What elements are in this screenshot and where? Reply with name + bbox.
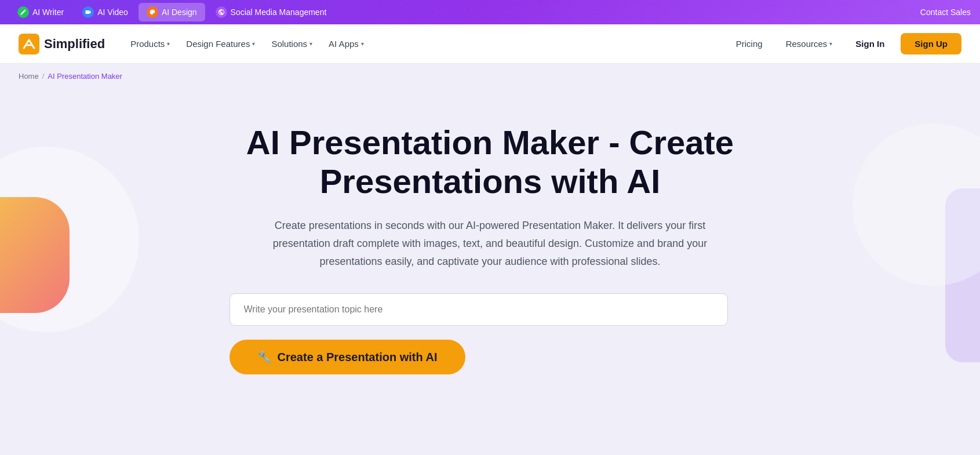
products-chevron: ▾ (167, 41, 170, 47)
social-media-icon (216, 6, 227, 18)
create-btn-label: Create a Presentation with AI (278, 351, 438, 364)
ai-video-icon (82, 6, 94, 18)
resources-chevron: ▾ (829, 41, 832, 47)
ai-writer-icon (17, 6, 29, 18)
nav-design-features[interactable]: Design Features ▾ (179, 34, 262, 53)
breadcrumb: Home / AI Presentation Maker (0, 64, 980, 89)
hero-section: AI Presentation Maker - Create Presentat… (0, 89, 980, 421)
top-bar-social-media[interactable]: Social Media Management (207, 3, 335, 21)
top-bar-ai-writer[interactable]: AI Writer (9, 3, 72, 21)
contact-sales-link[interactable]: Contact Sales (920, 8, 971, 17)
hero-subtitle: Create presentations in seconds with our… (270, 217, 711, 270)
create-presentation-button[interactable]: 🔧 Create a Presentation with AI (229, 340, 465, 374)
ai-design-icon (147, 6, 158, 18)
topic-input-wrapper[interactable] (229, 293, 728, 326)
top-bar-ai-video[interactable]: AI Video (74, 3, 136, 21)
svg-rect-0 (19, 34, 39, 54)
breadcrumb-home[interactable]: Home (19, 72, 39, 81)
nav-products[interactable]: Products ▾ (123, 34, 177, 53)
solutions-chevron: ▾ (309, 41, 312, 47)
breadcrumb-separator: / (42, 72, 45, 81)
top-bar: AI Writer AI Video AI Design Social Medi… (0, 0, 980, 24)
hero-title: AI Presentation Maker - Create Presentat… (229, 123, 751, 201)
ai-design-label: AI Design (162, 8, 197, 17)
breadcrumb-current: AI Presentation Maker (48, 72, 122, 81)
nav-ai-apps[interactable]: AI Apps ▾ (322, 34, 371, 53)
sign-in-button[interactable]: Sign In (848, 34, 891, 53)
logo-text: Simplified (44, 37, 105, 52)
create-btn-icon: 🔧 (257, 350, 272, 364)
design-features-chevron: ▾ (252, 41, 255, 47)
nav-resources[interactable]: Resources ▾ (779, 34, 840, 53)
left-decoration (0, 197, 70, 313)
sign-up-button[interactable]: Sign Up (901, 33, 961, 54)
logo[interactable]: Simplified (19, 34, 105, 54)
logo-icon (19, 34, 39, 54)
nav-links: Products ▾ Design Features ▾ Solutions ▾… (123, 34, 371, 53)
topic-input[interactable] (244, 304, 713, 315)
nav-solutions[interactable]: Solutions ▾ (264, 34, 319, 53)
ai-writer-label: AI Writer (32, 8, 64, 17)
social-media-label: Social Media Management (231, 8, 327, 17)
nav-pricing[interactable]: Pricing (729, 34, 770, 53)
nav-right: Pricing Resources ▾ Sign In Sign Up (729, 33, 961, 54)
right-decoration (945, 188, 980, 362)
main-nav: Simplified Products ▾ Design Features ▾ … (0, 24, 980, 64)
ai-video-label: AI Video (97, 8, 128, 17)
top-bar-ai-design[interactable]: AI Design (139, 3, 205, 21)
ai-apps-chevron: ▾ (361, 41, 364, 47)
hero-content: AI Presentation Maker - Create Presentat… (229, 123, 751, 374)
